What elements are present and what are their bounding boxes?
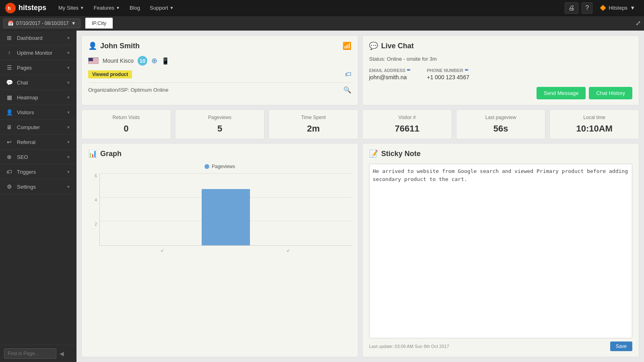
stat-local-time: Local time 10:10AM	[549, 109, 639, 139]
stat-time-spent: Time Spent 2m	[268, 109, 358, 139]
sidebar-arrow-chat: ▼	[66, 80, 70, 85]
phone-edit-icon[interactable]: ✏	[465, 68, 469, 73]
help-icon[interactable]: ?	[582, 2, 592, 14]
sidebar-label-visitors: Visitors	[17, 109, 34, 115]
phone-col: PHONE NUMBER ✏ +1 000 123 4567	[427, 68, 469, 80]
email-edit-icon[interactable]: ✏	[407, 68, 411, 73]
chat-status: Status: Online - onsite for 3m	[369, 56, 632, 62]
expand-icon[interactable]: ⤢	[636, 19, 641, 27]
sidebar-item-heatmap[interactable]: ▦ Heatmap ▼	[0, 90, 76, 105]
sidebar-item-settings[interactable]: ⚙ Settings ▼	[0, 179, 76, 194]
sidebar-item-computer[interactable]: 🖥 Computer ▼	[0, 120, 76, 135]
stat-value-visitor: 76611	[369, 123, 445, 134]
find-in-page-input[interactable]	[4, 348, 56, 359]
user-name: Hitsteps	[609, 5, 627, 11]
sidebar-item-seo[interactable]: ⊕ SEO ▼	[0, 150, 76, 165]
sidebar-item-pages[interactable]: ☰ Pages ▼	[0, 60, 76, 75]
triggers-icon: 🏷	[6, 169, 13, 175]
nav-blog[interactable]: Blog	[126, 2, 144, 13]
sidebar-label-seo: SEO	[17, 154, 28, 160]
stat-label-return: Return Visits	[88, 115, 164, 120]
sticky-note-icon: 📝	[369, 149, 378, 158]
pages-icon: ☰	[6, 64, 13, 71]
graph-bar	[202, 189, 250, 245]
settings-icon: ⚙	[6, 183, 13, 190]
nav-left: h hitsteps My Sites ▼ Features ▼ Blog Su…	[5, 2, 178, 14]
graph-legend: Pageviews	[88, 164, 351, 169]
logo-text: hitsteps	[19, 4, 46, 12]
sidebar-label-triggers: Triggers	[17, 169, 36, 175]
sticky-note-card: 📝 Sticky Note He arrived to website from…	[362, 143, 639, 357]
legend-label: Pageviews	[212, 164, 235, 169]
stat-value-lastpv: 56s	[463, 123, 539, 134]
org-search-icon[interactable]: 🔍	[343, 86, 351, 94]
graph-card: 📊 Graph Pageviews 6 4 2	[81, 143, 358, 357]
main-content: 👤 John Smith 📶 Mount Kisco 10 ⊕ 📱 Viewed…	[76, 31, 644, 362]
sidebar-item-chat[interactable]: 💬 Chat ▼	[0, 75, 76, 90]
ipcity-tab[interactable]: IP.City	[85, 18, 113, 29]
visitor-name: John Smith	[100, 42, 140, 50]
date-range-btn[interactable]: 📅 07/10/2017 - 08/10/2017 ▼	[3, 19, 80, 28]
nav-support[interactable]: Support ▼	[146, 2, 178, 13]
country-flag	[88, 58, 99, 64]
print-icon[interactable]: 🖨	[565, 2, 578, 14]
chat-history-btn[interactable]: Chat History	[589, 87, 632, 99]
sticky-note-textarea[interactable]: He arrived to website from Google search…	[369, 164, 632, 338]
top-nav: h hitsteps My Sites ▼ Features ▼ Blog Su…	[0, 0, 644, 16]
city-name: Mount Kisco	[103, 58, 134, 64]
graph-inner	[99, 173, 351, 246]
user-avatar-icon: 🔶	[600, 5, 606, 11]
svg-text:h: h	[8, 6, 10, 11]
heatmap-icon: ▦	[6, 94, 13, 101]
sidebar-label-settings: Settings	[17, 184, 36, 190]
sidebar-label-chat: Chat	[17, 80, 28, 86]
date-bar: 📅 07/10/2017 - 08/10/2017 ▼ IP.City ⤢	[0, 16, 644, 31]
sidebar-arrow-heatmap: ▼	[66, 95, 70, 100]
graph-title: 📊 Graph	[88, 149, 351, 158]
uptime-icon: ↑	[6, 49, 13, 56]
live-chat-card: 💬 Live Chat Status: Online - onsite for …	[362, 35, 639, 105]
org-row: Organization/ISP: Optimum Online 🔍	[88, 86, 351, 94]
visitor-info-row: Mount Kisco 10 ⊕ 📱	[88, 56, 351, 66]
main-layout: ⊞ Dashboard ▼ ↑ Uptime Monitor ▼ ☰ Pages…	[0, 31, 644, 362]
stat-visitor-num: Visitor # 76611	[362, 109, 452, 139]
stats-row: Return Visits 0 Pageviews 5 Time Spent 2…	[81, 109, 639, 139]
user-menu[interactable]: 🔶 Hitsteps ▼	[596, 3, 639, 12]
sidebar-item-uptime[interactable]: ↑ Uptime Monitor ▼	[0, 45, 76, 60]
nav-features[interactable]: Features ▼	[90, 2, 124, 13]
sidebar-label-uptime: Uptime Monitor	[17, 50, 52, 56]
user-arrow: ▼	[630, 5, 635, 11]
sidebar-item-visitors[interactable]: 👤 Visitors ▼	[0, 105, 76, 120]
email-value: john@smith.na	[369, 74, 411, 80]
mobile-icon: 📱	[161, 57, 169, 65]
x-axis: ↙ ↙	[99, 247, 351, 254]
sidebar-arrow-pages: ▼	[66, 66, 70, 70]
sidebar-item-dashboard[interactable]: ⊞ Dashboard ▼	[0, 31, 76, 45]
contact-row: EMAIL ADDRESS ✏ john@smith.na PHONE NUMB…	[369, 68, 632, 80]
x-label-2: ↙	[287, 248, 290, 253]
sidebar-arrow-seo: ▼	[66, 155, 70, 159]
wifi-icon: 📶	[343, 41, 351, 50]
stat-value-localtime: 10:10AM	[556, 123, 632, 134]
dashboard-icon: ⊞	[6, 35, 13, 41]
nav-mysites[interactable]: My Sites ▼	[54, 2, 88, 13]
visitor-card-title: 👤 John Smith 📶	[88, 41, 351, 50]
sticky-save-btn[interactable]: Save	[610, 341, 632, 351]
sidebar-arrow-dashboard: ▼	[66, 36, 70, 40]
sidebar-arrow-visitors: ▼	[66, 110, 70, 115]
stat-last-pageview: Last pageview 56s	[456, 109, 546, 139]
sidebar-collapse-btn[interactable]: ◀	[60, 350, 64, 357]
send-message-btn[interactable]: Send Message	[537, 87, 586, 99]
x-label-1: ↙	[161, 248, 164, 253]
logo[interactable]: h hitsteps	[5, 2, 46, 14]
sidebar-item-referral[interactable]: ↩ Referral ▼	[0, 135, 76, 150]
stat-value-time: 2m	[275, 123, 351, 134]
sidebar-label-referral: Referral	[17, 139, 35, 145]
seo-icon: ⊕	[6, 154, 13, 160]
referral-icon: ↩	[6, 139, 13, 145]
chat-bubble-icon: 💬	[369, 41, 378, 50]
tag-row: Viewed product 🏷	[88, 70, 351, 78]
sidebar-item-triggers[interactable]: 🏷 Triggers ▼	[0, 165, 76, 179]
sidebar: ⊞ Dashboard ▼ ↑ Uptime Monitor ▼ ☰ Pages…	[0, 31, 76, 362]
sidebar-label-dashboard: Dashboard	[17, 35, 43, 41]
